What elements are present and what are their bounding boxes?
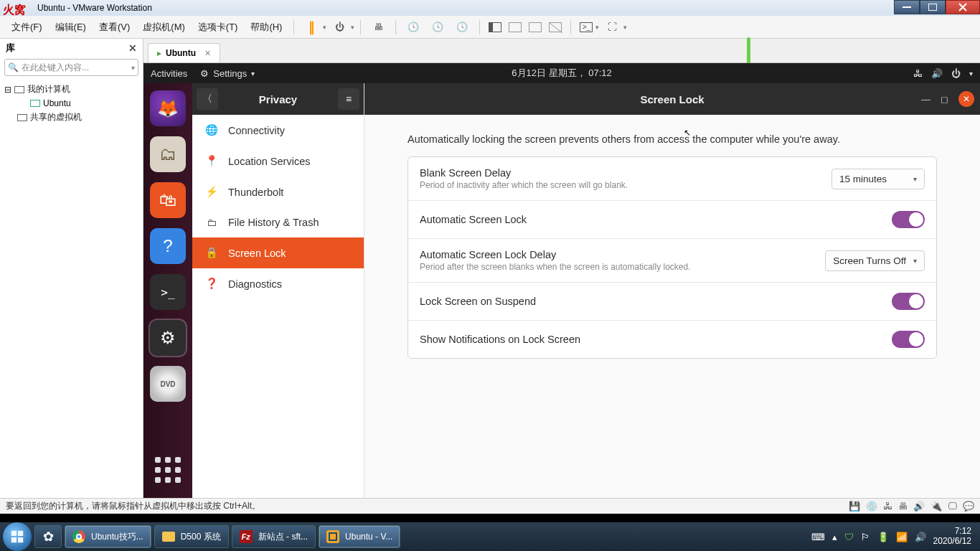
tab-close-icon[interactable]: ✕ [204,49,211,58]
sidebar-item-location[interactable]: 📍Location Services [192,146,364,176]
tray-up-icon[interactable]: ▴ [832,532,837,542]
taskbar-clover[interactable]: ✿ [34,525,62,548]
lock-notif-switch[interactable] [892,331,925,348]
status-net-icon[interactable]: 🖧 [883,501,892,512]
tray-flag-icon[interactable]: 🏳 [861,532,870,542]
sidebar-item-diagnostics[interactable]: ❓Diagnostics [192,268,364,299]
library-search-input[interactable]: 🔍 在此处键入内容... ▾ [4,59,138,76]
window-title: Ubuntu - VMware Workstation [37,3,152,13]
gnome-maximize-button[interactable]: ◻ [941,94,948,105]
blank-delay-sub: Period of inactivity after which the scr… [420,180,628,190]
network-icon[interactable]: 🖧 [913,68,923,79]
dock-files[interactable]: 🗂 [150,136,186,172]
dock-dvd[interactable]: DVD [150,366,186,402]
unity-icon[interactable]: >_ [580,22,593,32]
system-tray: ⌨ ▴ 🛡 🏳 🔋 📶 🔊 7:12 2020/6/12 [811,527,977,547]
library-close-icon[interactable]: ✕ [128,42,137,54]
view2-icon[interactable] [509,22,522,32]
hamburger-button[interactable]: ≡ [338,88,359,110]
status-print-icon[interactable]: 🖶 [898,501,908,512]
sidebar-item-filehistory[interactable]: 🗀File History & Trash [192,207,364,237]
back-button[interactable]: 〈 [197,88,218,110]
status-sound-icon[interactable]: 🔊 [913,501,925,512]
svg-rect-0 [903,6,911,8]
menu-file[interactable]: 文件(F) [6,21,48,34]
dock-software[interactable]: 🛍 [150,182,186,218]
lock-suspend-label: Lock Screen on Suspend [420,296,536,307]
snap2-icon[interactable]: 🕓 [429,19,446,36]
tray-battery-icon[interactable]: 🔋 [877,532,889,542]
view1-icon[interactable] [489,22,501,32]
gnome-close-button[interactable]: ✕ [958,91,974,107]
dock-help[interactable]: ? [150,228,186,264]
ubuntu-dock: 🦊 🗂 🛍 ? >_ ⚙ DVD [143,83,192,498]
snapshot-icon[interactable]: 🖶 [369,19,387,36]
menu-edit[interactable]: 编辑(E) [50,21,92,34]
vm-status-hint: 要返回到您的计算机，请将鼠标指针从虚拟机中移出或按 Ctrl+Alt。 [6,500,260,512]
taskbar-explorer[interactable]: D500 系统 [154,525,229,548]
tray-volume-icon[interactable]: 🔊 [915,532,926,542]
app-menu[interactable]: ⚙ Settings ▾ [200,68,255,79]
power-icon[interactable]: ⏻ [331,19,348,36]
snap1-icon[interactable]: 🕓 [405,19,422,36]
gnome-clock[interactable]: 6月12日 星期五， 07:12 [512,67,611,80]
status-cd-icon[interactable]: 💿 [866,501,877,512]
sidebar-item-connectivity[interactable]: 🌐Connectivity [192,115,364,146]
view4-icon[interactable] [549,22,562,32]
pause-icon[interactable]: ∥ [303,19,320,36]
power-icon[interactable]: ⏻ [951,68,961,79]
taskbar-chrome[interactable]: Ubuntu技巧... [65,525,151,548]
library-panel: 库 ✕ 🔍 在此处键入内容... ▾ ⊟我的计算机 Ubuntu 共享的虚拟机 [0,39,143,498]
folder-icon [162,532,175,542]
menu-help[interactable]: 帮助(H) [245,21,288,34]
tree-my-computer[interactable]: ⊟我的计算机 [3,82,140,97]
auto-lock-label: Automatic Screen Lock [420,214,527,225]
status-disk-icon[interactable]: 💾 [849,501,860,512]
bolt-icon: ⚡ [205,186,218,198]
lock-delay-label: Automatic Screen Lock Delay [420,249,691,260]
chevron-down-icon[interactable]: ▾ [969,70,973,77]
library-title: 库 [6,42,15,55]
lock-delay-combo[interactable]: Screen Turns Off▾ [825,250,925,271]
filezilla-icon: Fz [240,530,253,543]
lock-icon: 🔒 [205,247,218,259]
lock-suspend-switch[interactable] [892,293,925,310]
dock-settings[interactable]: ⚙ [150,320,186,356]
tree-ubuntu[interactable]: Ubuntu [3,97,140,110]
menu-vm[interactable]: 虚拟机(M) [137,21,191,34]
view3-icon[interactable] [529,22,542,32]
screenlock-panel: Blank Screen Delay Period of inactivity … [407,156,937,359]
window-minimize-button[interactable] [894,0,920,14]
windows-titlebar: 火窝 Ubuntu - VMware Workstation [0,0,980,16]
svg-line-2 [550,23,562,33]
sidebar-item-screenlock[interactable]: 🔒Screen Lock [192,237,364,268]
activities-button[interactable]: Activities [151,68,187,79]
blank-delay-combo[interactable]: 15 minutes▾ [831,169,925,189]
dock-show-apps[interactable] [150,452,186,488]
menu-tabs[interactable]: 选项卡(T) [192,21,244,34]
tree-shared[interactable]: 共享的虚拟机 [3,110,140,125]
sidebar-item-thunderbolt[interactable]: ⚡Thunderbolt [192,176,364,207]
window-maximize-button[interactable] [920,0,946,14]
auto-lock-switch[interactable] [892,211,925,228]
tray-clock[interactable]: 7:12 2020/6/12 [933,527,971,547]
tray-keyboard-icon[interactable]: ⌨ [811,532,825,542]
gnome-minimize-button[interactable]: — [921,94,930,105]
status-msg-icon[interactable]: 💬 [963,501,974,512]
chrome-icon [72,530,85,543]
dock-terminal[interactable]: >_ [150,274,186,310]
tray-shield-icon[interactable]: 🛡 [844,532,854,542]
tab-ubuntu[interactable]: ▸ Ubuntu ✕ [148,43,220,62]
taskbar-filezilla[interactable]: Fz新站点 - sft... [232,525,316,548]
status-display-icon[interactable]: 🖵 [948,501,957,512]
snap3-icon[interactable]: 🕓 [453,19,471,36]
taskbar-vmware[interactable]: Ubuntu - V... [319,525,400,548]
window-close-button[interactable] [946,0,980,14]
status-usb-icon[interactable]: 🔌 [930,501,942,512]
dock-firefox[interactable]: 🦊 [150,90,186,126]
menu-view[interactable]: 查看(V) [93,21,136,34]
tray-wifi-icon[interactable]: 📶 [896,532,908,542]
volume-icon[interactable]: 🔊 [931,68,943,79]
fullscreen-icon[interactable]: ⛶ [603,19,621,36]
start-button[interactable] [3,522,32,551]
